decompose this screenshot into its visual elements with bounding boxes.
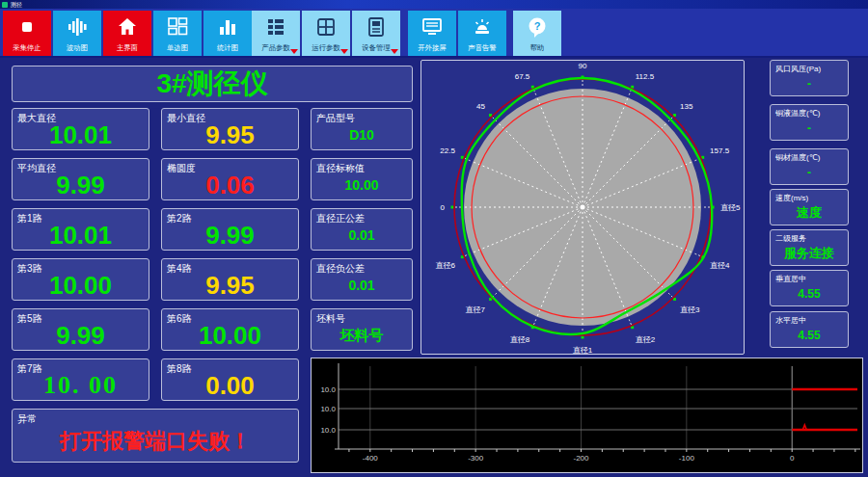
help-icon: ? — [513, 11, 561, 42]
field-billet-number: 坯料号坯料号 — [311, 308, 413, 351]
toolbar-button-main-screen[interactable]: 主界面 — [103, 11, 151, 56]
toolbar-button-label: 开外接屏 — [418, 42, 446, 52]
field-min-diameter: 最小直径9.95 — [161, 108, 299, 150]
sidebar-field-tuyere-pressure: 风口风压(Pa)- — [770, 60, 849, 96]
polar-angle-label: 67.5 — [515, 72, 530, 81]
trend-x-tick-label: -300 — [468, 454, 484, 463]
screen-icon — [408, 11, 456, 42]
spoke-marker — [582, 336, 584, 339]
field-value: 9.95 — [162, 120, 298, 149]
sidebar-field-secondary-service: 二级服务服务连接 — [770, 229, 849, 266]
trend-y-tick-label: 10.0 — [320, 426, 336, 435]
field-value: 4.55 — [771, 324, 848, 347]
wave-icon — [53, 11, 101, 42]
field-ovality: 椭圆度0.06 — [161, 158, 299, 200]
field-value: 9.99 — [13, 171, 149, 199]
field-exception: 异常打开报警端口失败！ — [12, 409, 299, 463]
field-path-6: 第6路10.00 — [161, 308, 299, 351]
field-value: - — [771, 161, 848, 184]
stop-icon — [3, 11, 51, 42]
field-path-1: 第1路10.01 — [12, 208, 149, 251]
field-avg-diameter: 平均直径9.99 — [12, 158, 149, 200]
field-max-diameter: 最大直径10.01 — [12, 108, 149, 150]
trend-x-tick-label: -400 — [363, 454, 379, 463]
polar-profile-chart: 直径5157.5135112.59067.54522.50直径6直径7直径8直径… — [421, 61, 744, 354]
field-value: 9.99 — [13, 321, 149, 350]
field-nominal-diameter: 直径标称值10.00 — [311, 158, 413, 200]
toolbar-button-label: 统计图 — [217, 42, 238, 52]
toolbar-button-single-edge-chart[interactable]: 单边图 — [153, 11, 202, 56]
toolbar-button-fluctuation-chart[interactable]: 波动图 — [53, 11, 101, 56]
trend-x-tick-label: 0 — [790, 454, 795, 463]
trend-y-tick-label: 10.0 — [320, 385, 336, 394]
toolbar-button-help[interactable]: ?帮助 — [513, 11, 561, 56]
polar-angle-label: 90 — [579, 62, 587, 70]
field-product-model: 产品型号D10 — [311, 108, 413, 150]
sidebar-field-vertical-center: 垂直居中4.55 — [770, 270, 849, 306]
field-value: 10. 00 — [13, 371, 149, 400]
polar-angle-label: 直径2 — [636, 335, 656, 344]
toolbar-button-product-params[interactable]: 产品参数 — [252, 11, 300, 56]
toolbar-button-label: 设备管理 — [362, 42, 390, 52]
field-value: 速度 — [771, 201, 848, 225]
device-icon — [352, 11, 400, 42]
toolbar-button-stop-acquisition[interactable]: 采集停止 — [3, 11, 51, 56]
field-value: 10.01 — [13, 221, 149, 250]
polar-angle-label: 112.5 — [636, 72, 655, 81]
polar-profile-panel: 直径5157.5135112.59067.54522.50直径6直径7直径8直径… — [420, 60, 745, 355]
sidebar-field-speed: 速度(m/s)速度 — [770, 189, 849, 225]
field-value: 0.01 — [312, 271, 412, 300]
app-icon — [2, 2, 8, 8]
grid-icon — [302, 11, 350, 42]
polar-angle-label: 直径5 — [720, 203, 741, 212]
toolbar-button-sound-alarm[interactable]: 声音告警 — [458, 11, 506, 56]
trend-x-tick-label: -100 — [679, 454, 695, 463]
toolbar-button-label: 主界面 — [117, 42, 138, 52]
field-value: 10.00 — [162, 321, 298, 350]
gauge-title: 3#测径仪 — [12, 66, 413, 102]
toolbar: 采集停止波动图主界面单边图统计图产品参数运行参数设备管理开外接屏声音告警?帮助 — [0, 9, 868, 58]
svg-text:?: ? — [534, 20, 541, 32]
stats-icon — [203, 11, 252, 42]
trend-x-tick-label: -200 — [573, 454, 589, 463]
field-value: 坯料号 — [312, 321, 412, 350]
toolbar-button-external-screen[interactable]: 开外接屏 — [408, 11, 456, 56]
toolbar-button-label: 声音告警 — [468, 42, 496, 52]
field-value: 0.00 — [162, 371, 298, 400]
field-value: 4.55 — [771, 282, 848, 305]
field-path-5: 第5路9.99 — [12, 308, 149, 351]
trend-chart-panel: -400-300-200-100010.010.010.0 — [311, 358, 863, 473]
sidebar-field-copper-rod-temp: 铜材温度(℃)- — [770, 148, 849, 185]
polar-angle-label: 直径1 — [573, 346, 593, 354]
toolbar-button-label: 产品参数 — [261, 42, 289, 52]
field-value: - — [771, 117, 848, 140]
dropdown-arrow-icon — [340, 49, 348, 54]
sidebar-field-horizontal-center: 水平居中4.55 — [770, 311, 849, 348]
field-value: 0.06 — [162, 171, 298, 199]
spoke-marker — [451, 206, 454, 209]
listgrid-icon — [252, 11, 300, 42]
toolbar-button-statistics-chart[interactable]: 统计图 — [203, 11, 252, 56]
toolbar-button-device-management[interactable]: 设备管理 — [352, 11, 400, 56]
toolbar-button-label: 单边图 — [167, 42, 188, 52]
polar-angle-label: 157.5 — [710, 146, 730, 155]
field-value: 9.99 — [162, 221, 298, 250]
trend-chart: -400-300-200-100010.010.010.0 — [312, 358, 862, 472]
field-value: 10.01 — [13, 120, 149, 149]
field-minus-tolerance: 直径负公差0.01 — [311, 258, 413, 301]
field-value: 10.00 — [312, 171, 412, 199]
polar-angle-label: 45 — [476, 102, 485, 111]
polar-angle-label: 22.5 — [440, 146, 455, 155]
polar-angle-label: 135 — [680, 102, 693, 111]
field-path-2: 第2路9.99 — [161, 208, 299, 251]
panels-icon — [153, 11, 202, 42]
toolbar-button-label: 采集停止 — [13, 42, 41, 52]
field-path-4: 第4路9.95 — [161, 258, 299, 301]
toolbar-button-run-params[interactable]: 运行参数 — [302, 11, 350, 56]
dropdown-arrow-icon — [391, 49, 398, 54]
field-value: 0.01 — [312, 221, 412, 250]
field-value: 10.00 — [13, 271, 149, 300]
field-path-7: 第7路10. 00 — [12, 358, 149, 401]
polar-angle-label: 直径6 — [435, 261, 455, 270]
home-icon — [103, 11, 151, 42]
